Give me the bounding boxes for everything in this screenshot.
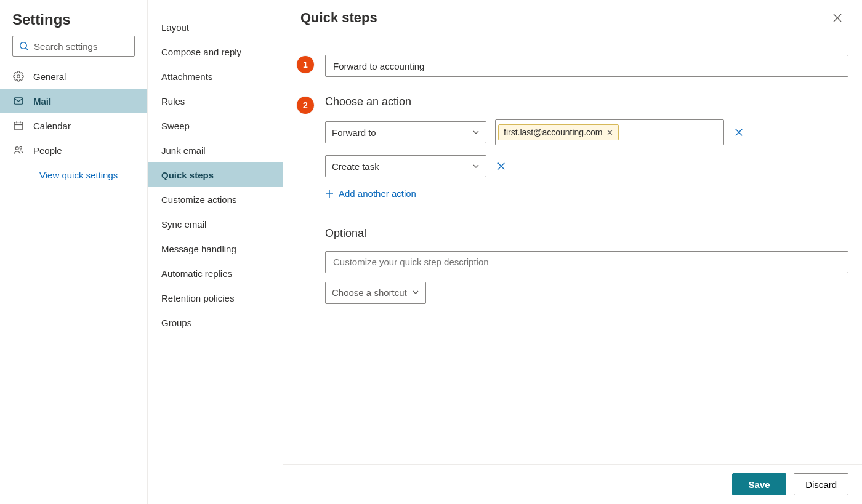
svg-rect-4: [14, 122, 23, 130]
chevron-down-icon: [472, 161, 480, 172]
page-title: Quick steps: [300, 10, 377, 26]
sub-item-attachments[interactable]: Attachments: [148, 64, 283, 89]
main-pane: Quick steps 1 2 Choose an action Forward…: [283, 0, 862, 504]
shortcut-placeholder: Choose a shortcut: [332, 287, 407, 298]
calendar-icon: [12, 119, 25, 132]
sub-item-sweep[interactable]: Sweep: [148, 113, 283, 138]
recipient-email: first.last@accounting.com: [504, 127, 603, 137]
nav-label: People: [33, 145, 62, 156]
chevron-down-icon: [472, 127, 480, 138]
settings-title: Settings: [0, 9, 147, 36]
add-action-label: Add another action: [339, 188, 416, 199]
svg-point-2: [17, 75, 20, 78]
action-row-2: Create task: [325, 155, 848, 177]
action-select-value: Create task: [332, 161, 379, 172]
action-row-1: Forward to first.last@accounting.com ✕: [325, 119, 848, 145]
close-icon: [832, 13, 842, 23]
recipient-input[interactable]: first.last@accounting.com ✕: [495, 119, 724, 145]
close-icon: [497, 162, 506, 170]
choose-action-label: Choose an action: [325, 95, 848, 108]
action-select-value: Forward to: [332, 127, 376, 138]
search-icon: [19, 41, 29, 51]
svg-line-1: [26, 48, 28, 50]
description-input[interactable]: [325, 251, 848, 273]
chevron-down-icon: [412, 287, 419, 298]
recipient-chip[interactable]: first.last@accounting.com ✕: [498, 124, 619, 140]
shortcut-select[interactable]: Choose a shortcut: [325, 282, 426, 304]
step-badge-1: 1: [297, 56, 314, 73]
optional-label: Optional: [325, 227, 848, 240]
action-select-2[interactable]: Create task: [325, 155, 486, 177]
sub-item-groups[interactable]: Groups: [148, 310, 283, 335]
sub-item-message-handling[interactable]: Message handling: [148, 236, 283, 261]
search-input[interactable]: [34, 41, 151, 52]
search-settings[interactable]: [12, 36, 135, 57]
sub-item-automatic-replies[interactable]: Automatic replies: [148, 261, 283, 286]
settings-nav: Settings General Mail Calendar: [0, 0, 148, 504]
svg-point-9: [20, 146, 22, 149]
svg-rect-3: [14, 98, 23, 105]
close-icon: [735, 128, 743, 137]
nav-item-mail[interactable]: Mail: [0, 89, 147, 113]
view-quick-settings-link[interactable]: View quick settings: [0, 162, 147, 180]
nav-list: General Mail Calendar People: [0, 64, 147, 162]
step-1: 1: [297, 55, 848, 77]
remove-action-1[interactable]: [733, 126, 745, 138]
nav-label: Mail: [33, 96, 51, 106]
mail-icon: [12, 95, 25, 107]
nav-item-general[interactable]: General: [0, 64, 147, 89]
quick-step-name-input[interactable]: [325, 55, 848, 77]
main-body: 1 2 Choose an action Forward to: [283, 36, 862, 464]
sub-item-quick-steps[interactable]: Quick steps: [148, 162, 283, 187]
nav-label: General: [33, 71, 66, 82]
save-button[interactable]: Save: [732, 473, 786, 495]
sub-item-junk-email[interactable]: Junk email: [148, 138, 283, 162]
close-button[interactable]: [830, 10, 845, 25]
nav-label: Calendar: [33, 121, 71, 131]
sub-item-retention-policies[interactable]: Retention policies: [148, 286, 283, 310]
nav-item-calendar[interactable]: Calendar: [0, 113, 147, 138]
nav-item-people[interactable]: People: [0, 138, 147, 162]
step-badge-2: 2: [297, 97, 314, 114]
discard-button[interactable]: Discard: [794, 473, 848, 495]
sub-item-sync-email[interactable]: Sync email: [148, 212, 283, 236]
add-another-action[interactable]: Add another action: [325, 188, 416, 199]
sub-item-layout[interactable]: Layout: [148, 15, 283, 39]
gear-icon: [12, 70, 25, 82]
plus-icon: [325, 190, 334, 198]
sub-item-customize-actions[interactable]: Customize actions: [148, 187, 283, 212]
action-select-1[interactable]: Forward to: [325, 121, 486, 143]
sub-item-compose-and-reply[interactable]: Compose and reply: [148, 39, 283, 64]
remove-action-2[interactable]: [495, 160, 507, 172]
sub-item-rules[interactable]: Rules: [148, 89, 283, 113]
step-2: 2 Choose an action Forward to first.last…: [297, 95, 848, 304]
chip-remove-icon[interactable]: ✕: [606, 128, 613, 137]
svg-point-8: [15, 147, 18, 150]
mail-subnav: Layout Compose and reply Attachments Rul…: [148, 0, 283, 504]
search-wrap: [0, 36, 147, 64]
people-icon: [12, 144, 25, 156]
main-header: Quick steps: [283, 0, 862, 36]
main-footer: Save Discard: [283, 464, 862, 504]
svg-point-0: [20, 42, 26, 49]
